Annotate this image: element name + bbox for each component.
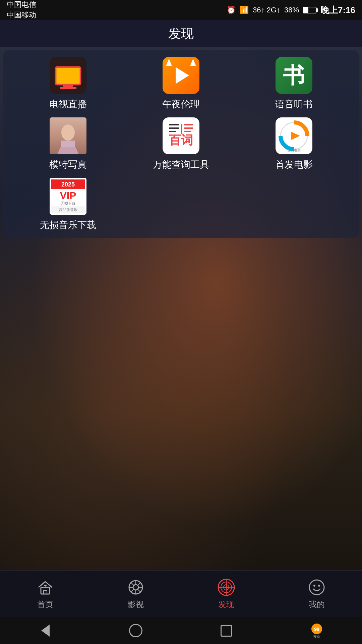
page-title: 发现: [168, 25, 194, 42]
mine-nav-icon: [308, 578, 326, 596]
svg-line-37: [131, 589, 134, 592]
vip-music-icon: 2025 VIP 无损下载 高品质音乐: [50, 178, 86, 215]
svg-rect-8: [169, 127, 179, 129]
svg-point-45: [313, 585, 315, 587]
app-item-movie[interactable]: 首发电影 首发电影: [239, 117, 349, 171]
query-label: 万能查询工具: [153, 158, 209, 171]
midnight-label: 午夜伦理: [162, 98, 200, 111]
app-item-audiobook[interactable]: 书 语音听书: [239, 57, 349, 111]
svg-text:2025: 2025: [61, 181, 75, 188]
query-icon: 百词: [163, 117, 199, 154]
status-time: 晚上7:16: [320, 4, 355, 16]
movie-label: 首发电影: [275, 158, 313, 171]
recent-button[interactable]: [218, 622, 235, 639]
svg-point-46: [318, 585, 320, 587]
svg-rect-11: [184, 124, 193, 125]
system-nav: 99 安卓: [0, 617, 362, 644]
app-item-model-photo[interactable]: 模特写真: [13, 117, 123, 171]
vip-music-label: 无损音乐下载: [40, 219, 96, 231]
svg-rect-12: [184, 127, 193, 129]
nav-item-mine[interactable]: 我的: [272, 578, 362, 610]
status-bar: 中国电信 中国移动 ⏰ 📶 36↑ 2G↑ 38% 晚上7:16: [0, 0, 362, 20]
svg-point-29: [133, 585, 138, 590]
movie-icon: 首发电影: [276, 117, 312, 154]
tv-live-label: 电视直播: [49, 98, 87, 111]
status-right: ⏰ 📶 36↑ 2G↑ 38% 晚上7:16: [227, 4, 355, 16]
svg-rect-3: [60, 87, 76, 89]
svg-text:无损下载: 无损下载: [61, 201, 75, 205]
home-nav-icon: [36, 578, 55, 596]
discover-nav-icon: [217, 578, 236, 596]
svg-rect-1: [57, 68, 79, 83]
app-item-vip-music[interactable]: 2025 VIP 无损下载 高品质音乐 无损音乐下载: [13, 178, 123, 231]
svg-rect-5: [61, 141, 75, 147]
film-nav-icon: [127, 578, 145, 596]
99-logo-icon: 99 安卓: [308, 622, 325, 639]
svg-rect-10: [181, 124, 182, 134]
svg-text:99: 99: [314, 627, 319, 632]
back-button[interactable]: [37, 622, 54, 639]
alarm-icon: ⏰: [227, 6, 236, 14]
home-button[interactable]: [127, 622, 144, 639]
signal-icons: 36↑ 2G↑: [253, 6, 280, 14]
main-content: 电视直播 午夜伦理 书 语音听书: [0, 47, 362, 570]
svg-rect-13: [184, 131, 191, 132]
svg-line-36: [138, 583, 140, 585]
99-logo-button[interactable]: 99 安卓: [308, 622, 325, 639]
svg-line-35: [138, 589, 140, 592]
tv-live-icon: [50, 57, 86, 94]
nav-item-discover[interactable]: 发现: [181, 578, 272, 610]
svg-text:高品质音乐: 高品质音乐: [59, 208, 77, 212]
svg-text:百词: 百词: [169, 133, 193, 147]
home-icon: [129, 624, 142, 637]
nav-item-film[interactable]: 影视: [90, 578, 181, 610]
svg-point-43: [225, 586, 227, 588]
svg-rect-2: [63, 85, 73, 87]
carrier-info: 中国电信 中国移动: [7, 0, 36, 20]
nav-item-home[interactable]: 首页: [0, 578, 90, 610]
svg-rect-7: [169, 124, 179, 125]
discover-nav-label: 发现: [218, 599, 234, 610]
svg-text:首发电影: 首发电影: [287, 148, 301, 152]
svg-text:VIP: VIP: [60, 190, 76, 201]
title-bar: 发现: [0, 20, 362, 47]
app-item-midnight[interactable]: 午夜伦理: [126, 57, 236, 111]
svg-line-34: [131, 583, 134, 585]
bottom-nav: 首页 影视: [0, 570, 362, 617]
mine-nav-label: 我的: [309, 599, 325, 610]
midnight-icon: [163, 57, 199, 94]
back-icon: [41, 625, 50, 637]
audiobook-icon: 书: [276, 57, 312, 94]
app-grid-container: 电视直播 午夜伦理 书 语音听书: [3, 50, 359, 238]
recent-icon: [221, 625, 232, 637]
app-item-query[interactable]: 百词 万能查询工具: [126, 117, 236, 171]
battery-icon: [303, 7, 316, 13]
model-photo-label: 模特写真: [49, 158, 87, 171]
film-nav-label: 影视: [128, 599, 144, 610]
wifi-icon: 📶: [240, 6, 249, 14]
battery-percent: 38%: [284, 6, 299, 14]
home-nav-label: 首页: [37, 599, 53, 610]
audiobook-label: 语音听书: [275, 98, 313, 111]
svg-rect-9: [169, 131, 176, 132]
svg-point-44: [309, 580, 324, 595]
app-item-tv-live[interactable]: 电视直播: [13, 57, 123, 111]
svg-text:安卓: 安卓: [313, 635, 320, 638]
model-photo-icon: [50, 117, 86, 154]
app-grid: 电视直播 午夜伦理 书 语音听书: [13, 57, 349, 231]
svg-point-4: [61, 124, 75, 141]
